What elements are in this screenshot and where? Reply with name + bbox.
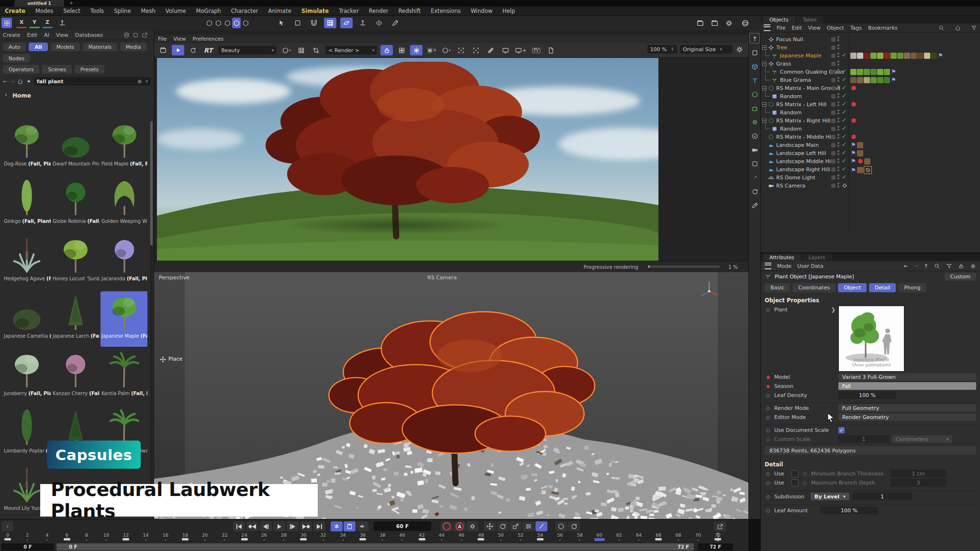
- filter-media[interactable]: Media: [120, 43, 147, 51]
- tab-takes[interactable]: Takes: [796, 16, 824, 23]
- filter-icon[interactable]: [971, 24, 977, 31]
- edit-toggle[interactable]: [831, 102, 835, 107]
- filter-nodes[interactable]: Nodes: [3, 54, 30, 63]
- redshift-icon[interactable]: [739, 18, 751, 28]
- clear-search-icon[interactable]: ⊗: [137, 78, 142, 85]
- asset-item-japanese-camellia[interactable]: Japanese Camellia (Fal…: [3, 291, 51, 347]
- custom-scale-field[interactable]: 1: [838, 435, 889, 443]
- asset-item-japanese-maple[interactable]: Japanese Maple (Fall, …: [100, 291, 147, 347]
- edit-toggle[interactable]: [831, 78, 835, 82]
- annotation-tag-icon[interactable]: ⚑: [851, 167, 856, 174]
- edit-toggle[interactable]: [831, 37, 835, 42]
- menu-redshift[interactable]: Redshift: [399, 8, 421, 14]
- visibility-dots[interactable]: [837, 142, 839, 148]
- object-row-landscape-left-hill-14[interactable]: Landscape Left Hill✓⚑: [761, 149, 980, 157]
- keyframe-marker[interactable]: [537, 538, 544, 540]
- object-row-japanese-maple-2[interactable]: Japanese Maple✓⚑: [761, 52, 980, 60]
- menu-spline[interactable]: Spline: [114, 8, 131, 14]
- rv-menu-view[interactable]: View: [173, 36, 186, 42]
- om-menu-view[interactable]: View: [808, 25, 821, 31]
- material-tag[interactable]: [857, 69, 863, 75]
- loop-mode-button[interactable]: [331, 521, 343, 531]
- sample-picker-icon[interactable]: [469, 45, 482, 55]
- menu-modes[interactable]: Modes: [35, 8, 53, 14]
- material-tag[interactable]: [857, 77, 863, 83]
- object-row-common-quaking-grass-4[interactable]: Common Quaking Grass✓⚑: [761, 68, 980, 76]
- expand-icon[interactable]: −: [762, 45, 767, 50]
- menu-help[interactable]: Help: [502, 8, 515, 14]
- ab-menu-create[interactable]: Create: [3, 32, 21, 38]
- edit-toggle[interactable]: [831, 143, 835, 147]
- visibility-dots[interactable]: [837, 166, 839, 172]
- visibility-dots[interactable]: [837, 93, 839, 99]
- object-row-grass-3[interactable]: −Grass: [761, 60, 980, 68]
- subdivision-mode-dropdown[interactable]: By Level▾: [811, 493, 849, 500]
- edit-toggle[interactable]: [831, 45, 835, 50]
- gear-icon[interactable]: [735, 45, 744, 54]
- search-icon[interactable]: [934, 263, 940, 269]
- filter-presets[interactable]: Presets: [75, 65, 104, 74]
- annotation-tag-icon[interactable]: ⚑: [891, 68, 896, 75]
- material-tag[interactable]: [884, 53, 890, 59]
- tab-objects[interactable]: Objects: [763, 16, 795, 23]
- object-row-rs-matrix-right-hill-10[interactable]: −RS Matrix - Right Hill✓: [761, 117, 980, 125]
- record-parameter-button[interactable]: [523, 521, 535, 531]
- snapshot-dropdown[interactable]: < Render >▾: [324, 45, 378, 55]
- redshift-tag-icon[interactable]: [850, 117, 857, 124]
- to-picture-viewer-icon[interactable]: PV: [530, 45, 543, 55]
- paint-icon[interactable]: [750, 173, 759, 182]
- autokey-button[interactable]: A: [454, 521, 466, 531]
- visibility-dots[interactable]: [837, 44, 839, 50]
- redshift-tag-icon[interactable]: [850, 85, 857, 91]
- settings-icon[interactable]: [970, 263, 976, 269]
- keyframe-marker[interactable]: [300, 538, 307, 540]
- enabled-check-icon[interactable]: ✓: [842, 174, 846, 180]
- visibility-dots[interactable]: [837, 158, 839, 164]
- freeze-icon[interactable]: [410, 45, 423, 55]
- menu-window[interactable]: Window: [471, 8, 492, 14]
- enabled-check-icon[interactable]: ✓: [842, 84, 846, 91]
- render-mode-dropdown[interactable]: Full Geometry: [838, 404, 976, 412]
- previous-frame-button[interactable]: [260, 521, 272, 531]
- enabled-check-icon[interactable]: ✓: [842, 149, 846, 156]
- point-mode-icon[interactable]: [750, 89, 759, 99]
- make-editable-icon[interactable]: [749, 33, 760, 44]
- asset-item-dwarf-mountain-pine[interactable]: Dwarf Mountain Pine (…: [52, 119, 100, 175]
- rt-toggle[interactable]: RT: [201, 45, 215, 55]
- plant-thumbnail[interactable]: Japanese Maple (Acer palmatum): [838, 306, 904, 372]
- object-row-rs-camera-18[interactable]: RS Camera: [761, 182, 980, 190]
- record-scale-button[interactable]: [510, 521, 522, 531]
- search-options-icon[interactable]: ▾: [145, 79, 148, 84]
- disabled-tag-icon[interactable]: [864, 166, 872, 174]
- filter-materials[interactable]: Materials: [83, 43, 117, 51]
- camera-icon[interactable]: [750, 145, 759, 154]
- sparkle-icon[interactable]: ✦: [26, 78, 31, 85]
- lock-render-icon[interactable]: [380, 45, 393, 55]
- focus-picker-icon[interactable]: [455, 45, 467, 55]
- edit-toggle[interactable]: [831, 54, 835, 58]
- asset-item-japanese-larch[interactable]: Japanese Larch (Fall, Pl…: [52, 291, 100, 347]
- navigation-icon[interactable]: [750, 131, 759, 141]
- menu-render[interactable]: Render: [369, 8, 389, 14]
- japanese-maple-selected[interactable]: [302, 280, 609, 490]
- pass-dropdown[interactable]: Beauty▾: [217, 45, 278, 55]
- material-tag[interactable]: [877, 77, 883, 83]
- export-image-icon[interactable]: [545, 45, 557, 55]
- keyframe-marker[interactable]: [655, 538, 662, 540]
- material-tag[interactable]: [897, 53, 903, 59]
- material-tag[interactable]: [884, 77, 890, 83]
- asset-item-kanzan-cherry[interactable]: Kanzan Cherry (Fall, Pl…: [52, 349, 100, 404]
- rv-menu-file[interactable]: File: [158, 36, 167, 42]
- redshift-tag-icon[interactable]: [850, 133, 857, 140]
- ab-menu-edit[interactable]: Edit: [27, 32, 37, 38]
- edit-toggle[interactable]: [831, 167, 835, 172]
- texture-mode-icon[interactable]: [750, 76, 759, 85]
- object-row-random-7[interactable]: Random✓: [761, 92, 980, 100]
- object-row-rs-matrix-left-hill-8[interactable]: −RS Matrix - Left Hill✓: [761, 100, 980, 109]
- menu-mesh[interactable]: Mesh: [141, 8, 155, 14]
- render-to-picture-viewer-button[interactable]: [708, 18, 721, 28]
- start-ipr-icon[interactable]: [157, 45, 169, 55]
- object-mode-icon[interactable]: [750, 62, 759, 71]
- magnet-icon[interactable]: [308, 18, 320, 28]
- menu-extensions[interactable]: Extensions: [431, 8, 460, 14]
